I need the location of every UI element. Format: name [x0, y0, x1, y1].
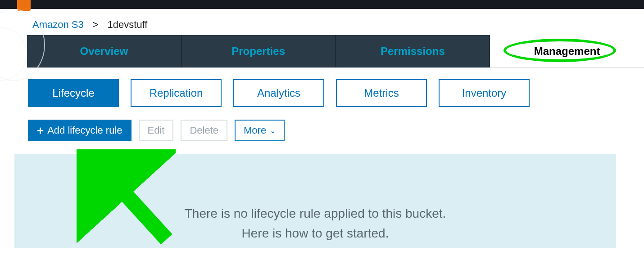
subtab-metrics[interactable]: Metrics [336, 79, 427, 107]
tab-permissions[interactable]: Permissions [336, 35, 490, 67]
add-lifecycle-rule-button[interactable]: + Add lifecycle rule [28, 120, 132, 141]
action-bar: + Add lifecycle rule Edit Delete More ⌄ [0, 107, 644, 141]
plus-icon: + [37, 125, 44, 136]
tab-management[interactable]: Management [490, 35, 644, 67]
add-button-label: Add lifecycle rule [47, 125, 122, 136]
more-button[interactable]: More ⌄ [235, 120, 285, 141]
chevron-right-icon: > [93, 19, 99, 31]
chevron-down-icon: ⌄ [270, 126, 276, 135]
main-tabs: Overview Properties Permissions Manageme… [27, 35, 644, 68]
empty-state-line2: Here is how to get started. [242, 226, 389, 241]
tab-overview[interactable]: Overview [27, 35, 181, 67]
top-nav-bar [0, 0, 644, 9]
subtab-analytics[interactable]: Analytics [233, 79, 324, 107]
subtab-replication[interactable]: Replication [131, 79, 222, 107]
edit-button: Edit [139, 120, 174, 141]
tab-management-label: Management [534, 45, 600, 58]
tab-properties[interactable]: Properties [181, 35, 336, 67]
subtab-lifecycle[interactable]: Lifecycle [28, 79, 119, 107]
delete-button: Delete [181, 120, 227, 141]
empty-state-panel: There is no lifecycle rule applied to th… [14, 154, 616, 248]
empty-state-line1: There is no lifecycle rule applied to th… [185, 206, 446, 221]
subtab-inventory[interactable]: Inventory [439, 79, 530, 107]
management-subtabs: Lifecycle Replication Analytics Metrics … [0, 68, 644, 107]
more-button-label: More [244, 125, 266, 136]
breadcrumb: Amazon S3 > 1devstuff [0, 9, 644, 35]
breadcrumb-current: 1devstuff [108, 19, 148, 31]
